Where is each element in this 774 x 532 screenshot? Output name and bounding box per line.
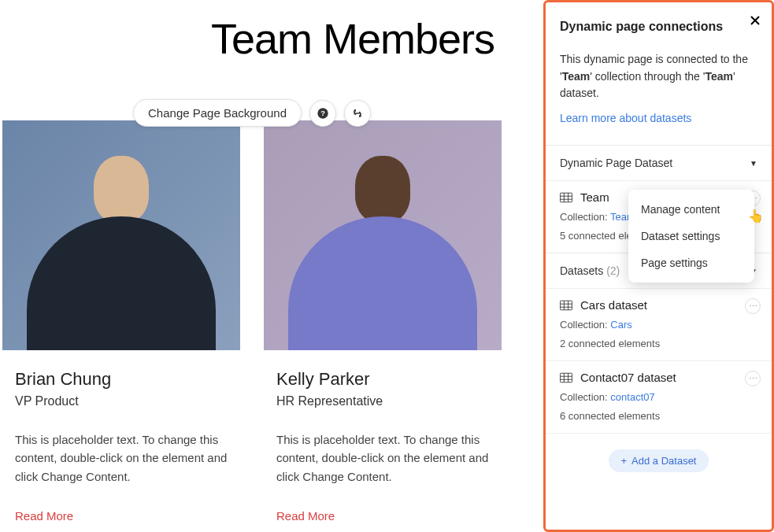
member-name: Kelly Parker bbox=[276, 369, 489, 390]
chevron-down-icon: ▼ bbox=[750, 159, 757, 168]
member-role: VP Product bbox=[15, 394, 228, 408]
svg-text:?: ? bbox=[320, 109, 325, 117]
connected-elements-count: 6 connected elements bbox=[560, 410, 757, 422]
svg-point-3 bbox=[359, 115, 361, 117]
panel-description: This dynamic page is connected to the 'T… bbox=[560, 51, 757, 102]
connections-panel: Dynamic page connections This dynamic pa… bbox=[543, 0, 774, 532]
dataset-name: Team bbox=[580, 190, 609, 204]
dataset-more-button[interactable]: ⋯ bbox=[745, 371, 761, 386]
table-icon bbox=[560, 372, 572, 383]
svg-point-2 bbox=[354, 109, 356, 112]
collection-link[interactable]: contact07 bbox=[610, 391, 654, 403]
page-title: Team Members bbox=[0, 0, 504, 63]
change-page-background-button[interactable]: Change Page Background bbox=[133, 99, 302, 127]
link-icon bbox=[351, 107, 364, 120]
team-cards-grid: Brian Chung VP Product This is placehold… bbox=[2, 120, 502, 523]
editor-canvas: Team Members Change Page Background ? Br… bbox=[0, 0, 504, 532]
table-icon bbox=[560, 300, 572, 311]
dataset-name: Contact07 dataset bbox=[580, 371, 676, 384]
help-button[interactable]: ? bbox=[309, 100, 336, 127]
member-description: This is placeholder text. To change this… bbox=[15, 430, 228, 486]
learn-more-link[interactable]: Learn more about datasets bbox=[560, 112, 757, 124]
team-card[interactable]: Brian Chung VP Product This is placehold… bbox=[2, 120, 240, 523]
collection-link[interactable]: Cars bbox=[610, 319, 631, 331]
dataset-more-button[interactable]: ⋯ bbox=[745, 298, 761, 314]
dynamic-dataset-section-header[interactable]: Dynamic Page Dataset ▼ bbox=[546, 146, 772, 180]
plus-icon: + bbox=[621, 455, 628, 467]
team-card[interactable]: Kelly Parker HR Representative This is p… bbox=[264, 120, 502, 523]
svg-rect-4 bbox=[560, 193, 572, 202]
close-button[interactable] bbox=[750, 13, 761, 30]
datasets-count: (2) bbox=[606, 264, 620, 277]
read-more-link[interactable]: Read More bbox=[15, 509, 73, 523]
member-name: Brian Chung bbox=[15, 369, 228, 390]
member-photo bbox=[264, 120, 502, 350]
member-description: This is placeholder text. To change this… bbox=[276, 430, 489, 486]
dataset-item[interactable]: Contact07 dataset ⋯ Collection: contact0… bbox=[546, 360, 772, 433]
connections-button[interactable] bbox=[344, 100, 371, 127]
member-role: HR Representative bbox=[276, 394, 489, 408]
member-photo bbox=[2, 120, 240, 350]
help-icon: ? bbox=[317, 107, 329, 120]
table-icon bbox=[560, 192, 572, 203]
menu-page-settings[interactable]: Page settings bbox=[628, 249, 754, 276]
add-dataset-button[interactable]: + Add a Dataset bbox=[609, 449, 709, 472]
menu-dataset-settings[interactable]: Dataset settings bbox=[628, 223, 754, 249]
section-label: Dynamic Page Dataset bbox=[560, 157, 672, 169]
svg-rect-9 bbox=[560, 301, 572, 310]
menu-manage-content[interactable]: Manage content bbox=[628, 196, 754, 223]
canvas-toolbar: Change Page Background ? bbox=[133, 99, 371, 127]
panel-title: Dynamic page connections bbox=[560, 20, 757, 34]
section-label: Datasets bbox=[560, 264, 603, 277]
dataset-name: Cars dataset bbox=[580, 298, 647, 312]
dataset-context-menu: Manage content Dataset settings Page set… bbox=[628, 190, 754, 283]
read-more-link[interactable]: Read More bbox=[276, 509, 335, 523]
close-icon bbox=[750, 15, 761, 26]
connected-elements-count: 2 connected elements bbox=[560, 338, 757, 349]
svg-rect-14 bbox=[560, 373, 572, 382]
dataset-item[interactable]: Cars dataset ⋯ Collection: Cars 2 connec… bbox=[546, 288, 772, 360]
